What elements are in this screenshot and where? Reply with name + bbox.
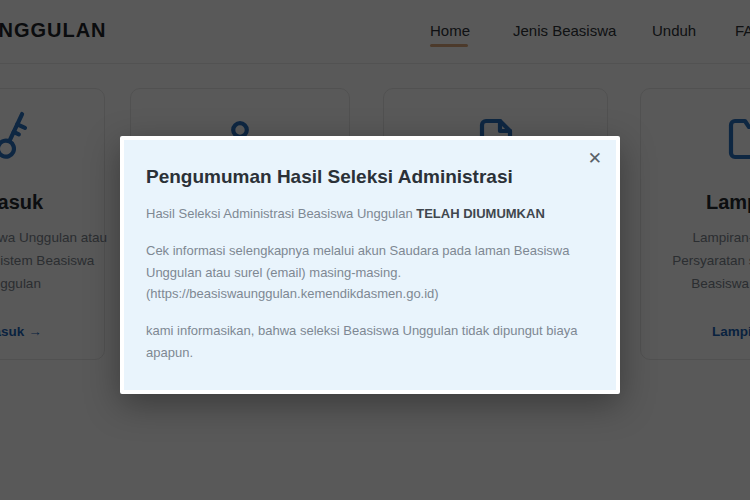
portal-url: (https://beasiswaunggulan.kemendikdasmen… — [146, 283, 594, 305]
close-icon[interactable]: ✕ — [584, 146, 606, 171]
modal-paragraph-info: Cek informasi selengkapnya melalui akun … — [146, 240, 594, 305]
modal-title: Pengumuman Hasil Seleksi Administrasi — [146, 166, 594, 188]
result-status-text: TELAH DIUMUMKAN — [416, 206, 545, 221]
info-text: Cek informasi selengkapnya melalui akun … — [146, 243, 569, 280]
result-text: Hasil Seleksi Administrasi Beasiswa Ungg… — [146, 206, 416, 221]
modal-paragraph-disclaimer: kami informasikan, bahwa seleksi Beasisw… — [146, 320, 594, 364]
page: UNGGULAN Home Jenis Beasiswa Unduh FAQ M… — [0, 0, 750, 500]
modal-paragraph-result: Hasil Seleksi Administrasi Beasiswa Ungg… — [146, 203, 594, 225]
announcement-modal: ✕ Pengumuman Hasil Seleksi Administrasi … — [120, 136, 620, 394]
